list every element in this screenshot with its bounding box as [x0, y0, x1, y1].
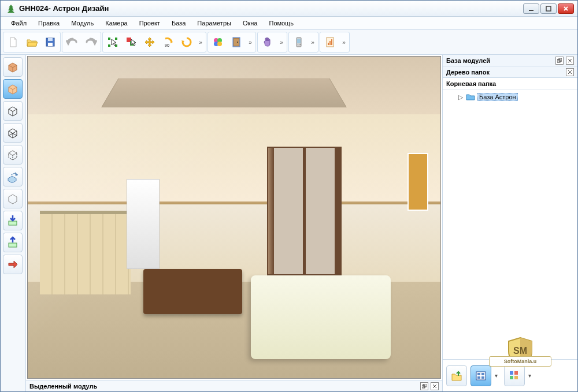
root-folder-header[interactable]: Корневая папка — [443, 78, 577, 89]
tool-box-empty[interactable] — [3, 189, 23, 208]
svg-rect-27 — [331, 39, 332, 45]
rb-list-button[interactable] — [470, 365, 491, 386]
svg-rect-23 — [300, 44, 301, 45]
tool-box-wire2[interactable] — [3, 123, 23, 143]
svg-rect-39 — [510, 371, 513, 375]
selected-module-panel-header: Выделенный модуль — [26, 380, 442, 391]
pan-button[interactable] — [259, 33, 276, 51]
scene-sofa — [251, 275, 391, 359]
close-button[interactable] — [558, 3, 574, 14]
menu-windows[interactable]: Окна — [237, 18, 264, 28]
module-base-panel: База модулей Дерево папок Корневая папка — [442, 55, 577, 391]
tool-extrude[interactable] — [3, 167, 23, 186]
content-area: Выделенный модуль База модулей — [1, 55, 577, 391]
scene-ceiling — [101, 79, 346, 107]
save-button[interactable] — [42, 33, 59, 51]
minimize-button[interactable] — [523, 3, 539, 14]
tree-item-astron[interactable]: ▷ База Астрон — [445, 92, 575, 102]
folder-tree-title: Дерево папок — [446, 69, 566, 76]
svg-rect-25 — [328, 43, 329, 45]
svg-rect-7 — [108, 44, 110, 47]
rotate-button[interactable] — [178, 33, 195, 51]
tool-box-wire1[interactable] — [3, 101, 23, 121]
report-button[interactable] — [321, 33, 339, 51]
toolbar-expand-assets[interactable]: » — [246, 33, 254, 51]
toolbar-group-select: 90 » — [102, 32, 206, 53]
window-controls — [523, 3, 574, 14]
svg-text:90: 90 — [165, 43, 169, 47]
svg-rect-21 — [298, 44, 298, 45]
root-folder-label: Корневая папка — [446, 80, 496, 87]
svg-rect-42 — [514, 376, 518, 379]
module-panel-close-button[interactable] — [566, 57, 574, 65]
svg-rect-29 — [9, 243, 17, 247]
toolbar-expand-device[interactable]: » — [309, 33, 317, 51]
rb-folder-up-button[interactable] — [446, 365, 467, 386]
maximize-button[interactable] — [540, 3, 557, 14]
new-file-button[interactable] — [5, 33, 22, 51]
module-base-header: База модулей — [443, 55, 577, 66]
undo-button[interactable] — [64, 33, 81, 51]
folder-tree: ▷ База Астрон — [443, 89, 577, 359]
viewport-3d[interactable] — [27, 56, 441, 379]
tool-import[interactable] — [3, 211, 23, 230]
title-bar: GHH024- Астрон Дизайн — [1, 1, 577, 17]
tree-expander-icon[interactable]: ▷ — [458, 94, 464, 100]
svg-rect-1 — [546, 6, 551, 11]
panel-close-button[interactable] — [431, 382, 439, 390]
menu-edit[interactable]: Правка — [32, 18, 65, 28]
tool-box-solid[interactable] — [3, 57, 23, 77]
menu-project[interactable]: Проект — [134, 18, 166, 28]
door-button[interactable] — [228, 33, 245, 51]
menu-bar: Файл Правка Модуль Камера Проект База Па… — [1, 17, 577, 29]
redo-button[interactable] — [82, 33, 99, 51]
module-panel-detach-button[interactable] — [555, 57, 564, 65]
toolbar-group-assets: » — [208, 32, 256, 53]
tree-close-button[interactable] — [566, 68, 574, 76]
selected-module-title: Выделенный модуль — [29, 383, 420, 390]
phone-button[interactable] — [290, 33, 307, 51]
tool-box-wire3[interactable] — [3, 145, 23, 165]
scene-fridge — [127, 179, 160, 269]
scene-painting — [407, 153, 428, 211]
move-button[interactable] — [141, 33, 158, 51]
select-bounds-button[interactable] — [104, 33, 121, 51]
menu-help[interactable]: Помощь — [263, 18, 299, 28]
rb-expand2[interactable]: ▾ — [528, 372, 534, 379]
open-folder-button[interactable] — [23, 33, 40, 51]
svg-point-15 — [217, 42, 222, 46]
rb-grid-button[interactable] — [504, 365, 525, 386]
materials-button[interactable] — [209, 33, 227, 51]
rotate-90-button[interactable]: 90 — [160, 33, 177, 51]
folder-tree-header: Дерево папок — [443, 66, 577, 78]
rb-expand1[interactable]: ▾ — [495, 372, 501, 379]
toolbar-group-device: » — [288, 32, 318, 53]
toolbar-expand-select[interactable]: » — [197, 33, 205, 51]
svg-rect-41 — [510, 376, 513, 379]
tree-item-label: База Астрон — [477, 93, 518, 101]
tool-export[interactable] — [3, 233, 23, 252]
viewport-column: Выделенный модуль — [26, 55, 442, 391]
folder-icon — [466, 93, 475, 101]
menu-file[interactable]: Файл — [5, 18, 32, 28]
panel-detach-button[interactable] — [420, 382, 428, 390]
svg-rect-3 — [48, 38, 53, 41]
menu-module[interactable]: Модуль — [65, 18, 99, 28]
svg-rect-36 — [481, 373, 484, 375]
tool-forward[interactable] — [3, 255, 23, 274]
svg-rect-26 — [329, 41, 331, 45]
main-toolbar: 90 » » » » » — [1, 29, 577, 55]
svg-rect-0 — [529, 10, 533, 11]
toolbar-expand-view[interactable]: » — [277, 33, 286, 51]
toolbar-expand-report[interactable]: » — [340, 33, 348, 51]
tool-box-shaded[interactable] — [3, 79, 23, 99]
svg-rect-40 — [514, 371, 518, 375]
menu-camera[interactable]: Камера — [99, 18, 133, 28]
svg-rect-5 — [108, 38, 110, 40]
menu-params[interactable]: Параметры — [191, 18, 237, 28]
app-icon — [6, 4, 16, 13]
svg-rect-4 — [48, 43, 53, 46]
menu-base[interactable]: База — [166, 18, 191, 28]
select-add-button[interactable] — [123, 33, 140, 51]
right-bottom-toolbar: ▾ ▾ — [443, 359, 577, 391]
